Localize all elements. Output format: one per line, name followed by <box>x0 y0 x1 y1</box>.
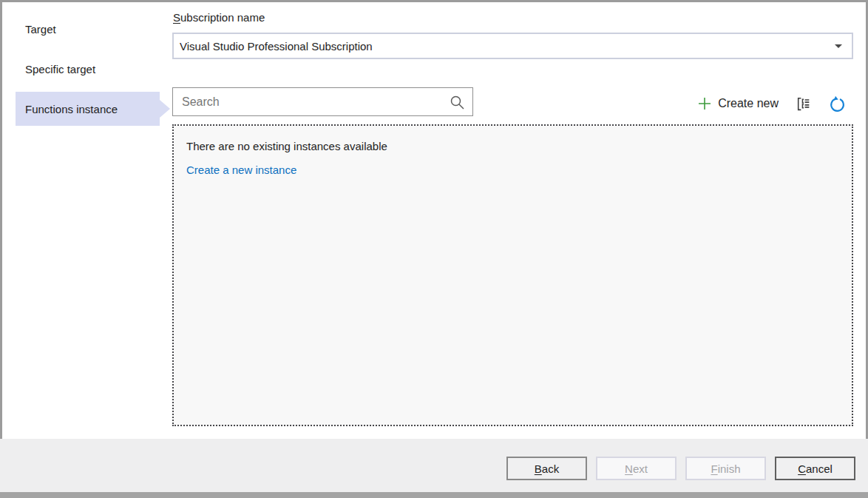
search-input[interactable] <box>173 88 472 115</box>
plus-icon <box>697 96 712 111</box>
create-new-instance-link[interactable]: Create a new instance <box>186 164 296 176</box>
instances-list-panel: There are no existing instances availabl… <box>172 124 853 426</box>
subscription-name-label: Subscription name <box>173 11 265 24</box>
refresh-icon <box>828 95 847 113</box>
create-new-button[interactable]: Create new <box>697 96 779 111</box>
finish-button: Finish <box>685 457 766 480</box>
sidebar-item-label: Functions instance <box>25 103 118 115</box>
sidebar-item-label: Target <box>25 23 56 36</box>
sidebar-item-specific-target[interactable]: Specific target <box>16 52 160 86</box>
show-details-button[interactable] <box>795 95 812 112</box>
publish-dialog: Target Specific target Functions instanc… <box>0 0 868 498</box>
search-box <box>172 87 473 116</box>
search-icon <box>449 94 466 114</box>
chevron-down-icon <box>835 44 842 48</box>
sidebar-item-target[interactable]: Target <box>16 12 160 46</box>
cancel-button[interactable]: Cancel <box>775 457 855 480</box>
refresh-button[interactable] <box>828 95 847 113</box>
back-button[interactable]: Back <box>506 457 587 480</box>
sidebar-item-functions-instance[interactable]: Functions instance <box>16 92 160 126</box>
sidebar-item-label: Specific target <box>25 63 95 75</box>
next-button: Next <box>596 457 677 480</box>
window-bottom-edge <box>0 492 868 498</box>
subscription-dropdown-value: Visual Studio Professional Subscription <box>180 40 373 53</box>
instances-toolbar: Create new <box>697 91 847 116</box>
details-list-icon <box>795 95 812 112</box>
empty-state-message: There are no existing instances availabl… <box>186 140 387 152</box>
create-new-label: Create new <box>718 97 779 110</box>
subscription-dropdown[interactable]: Visual Studio Professional Subscription <box>172 33 853 59</box>
dialog-footer: Back Next Finish Cancel <box>0 439 868 492</box>
